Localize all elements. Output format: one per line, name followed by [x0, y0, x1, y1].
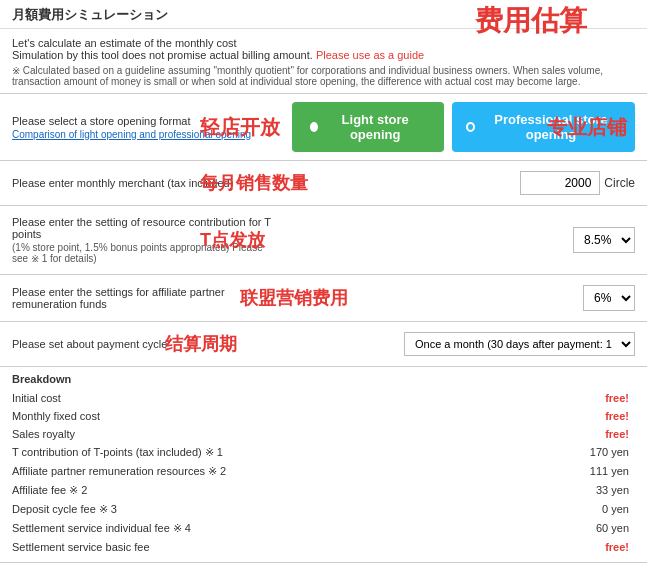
breakdown-section: Breakdown Initial costfree!Monthly fixed…: [0, 366, 647, 562]
header: 月額費用シミュレーション 费用估算: [0, 0, 647, 29]
professional-store-button[interactable]: Professional store opening: [452, 102, 635, 152]
t-points-cn: T点发放: [200, 228, 265, 252]
affiliate-label: Please enter the settings for affiliate …: [12, 286, 272, 310]
breakdown-item-name: Monthly fixed cost: [12, 407, 355, 425]
t-points-row: Please enter the setting of resource con…: [0, 205, 647, 274]
monthly-merchant-input-group: Circle: [520, 171, 635, 195]
monthly-merchant-row: Please enter monthly merchant (tax inclu…: [0, 160, 647, 205]
payment-cycle-row: Please set about payment cycle 结算周期 Once…: [0, 321, 647, 366]
store-buttons: Light store opening Professional store o…: [292, 102, 635, 152]
store-format-row: Please select a store opening format Com…: [0, 93, 647, 160]
breakdown-row: Initial costfree!: [12, 389, 635, 407]
breakdown-item-value: free!: [355, 538, 635, 556]
header-title-jp: 月額費用シミュレーション: [12, 7, 168, 22]
monthly-merchant-cn: 每月销售数量: [200, 171, 308, 195]
breakdown-item-value: 111 yen: [355, 462, 635, 481]
monthly-merchant-input[interactable]: [520, 171, 600, 195]
breakdown-row: Settlement service individual fee ※ 460 …: [12, 519, 635, 538]
affiliate-cn: 联盟营销费用: [240, 286, 348, 310]
comparison-link[interactable]: Comparison of light opening and professi…: [12, 129, 292, 140]
monthly-merchant-unit: Circle: [604, 176, 635, 190]
breakdown-item-name: Sales royalty: [12, 425, 355, 443]
breakdown-row: Settlement service basic feefree!: [12, 538, 635, 556]
breakdown-item-name: Settlement service basic fee: [12, 538, 355, 556]
payment-cycle-cn: 结算周期: [165, 332, 237, 356]
breakdown-item-name: T contribution of T-points (tax included…: [12, 443, 355, 462]
breakdown-row: Affiliate partner remuneration resources…: [12, 462, 635, 481]
header-title-cn: 费用估算: [475, 2, 587, 40]
intro-guide: Please use as a guide: [316, 49, 424, 61]
affiliate-select[interactable]: 6% 3% 4% 5%: [583, 285, 635, 311]
breakdown-item-value: 0 yen: [355, 500, 635, 519]
breakdown-row: Sales royaltyfree!: [12, 425, 635, 443]
breakdown-row: T contribution of T-points (tax included…: [12, 443, 635, 462]
breakdown-row: Deposit cycle fee ※ 30 yen: [12, 500, 635, 519]
light-store-label: Light store opening: [324, 112, 426, 142]
payment-cycle-select-group: Once a month (30 days after payment: 1 T…: [404, 332, 635, 356]
breakdown-item-value: free!: [355, 389, 635, 407]
affiliate-select-group: 6% 3% 4% 5%: [583, 285, 635, 311]
professional-store-label: Professional store opening: [481, 112, 621, 142]
intro-note: ※ Calculated based on a guideline assumi…: [0, 65, 647, 93]
breakdown-item-value: free!: [355, 425, 635, 443]
t-points-select[interactable]: 8.5% 1.0% 1.5% 2.0%: [573, 227, 635, 253]
breakdown-item-name: Initial cost: [12, 389, 355, 407]
store-format-label: Please select a store opening format Com…: [12, 115, 292, 140]
intro-line2: Simulation by this tool does not promise…: [12, 49, 635, 61]
breakdown-item-value: 170 yen: [355, 443, 635, 462]
total-row: total 总共 374 yen （390 yen including tax）: [0, 562, 647, 567]
breakdown-row: Affiliate fee ※ 233 yen: [12, 481, 635, 500]
intro-line2-text: Simulation by this tool does not promise…: [12, 49, 313, 61]
payment-cycle-select[interactable]: Once a month (30 days after payment: 1 T…: [404, 332, 635, 356]
light-store-button[interactable]: Light store opening: [292, 102, 444, 152]
breakdown-item-value: 33 yen: [355, 481, 635, 500]
breakdown-item-name: Affiliate fee ※ 2: [12, 481, 355, 500]
t-points-select-group: 8.5% 1.0% 1.5% 2.0%: [573, 227, 635, 253]
affiliate-row: Please enter the settings for affiliate …: [0, 274, 647, 321]
breakdown-item-name: Deposit cycle fee ※ 3: [12, 500, 355, 519]
breakdown-row: Monthly fixed costfree!: [12, 407, 635, 425]
professional-store-radio: [466, 122, 475, 132]
breakdown-table: Initial costfree!Monthly fixed costfree!…: [12, 389, 635, 556]
breakdown-item-value: 60 yen: [355, 519, 635, 538]
breakdown-title: Breakdown: [12, 373, 635, 385]
breakdown-item-name: Settlement service individual fee ※ 4: [12, 519, 355, 538]
breakdown-item-value: free!: [355, 407, 635, 425]
breakdown-item-name: Affiliate partner remuneration resources…: [12, 462, 355, 481]
light-store-dot: [310, 122, 318, 132]
